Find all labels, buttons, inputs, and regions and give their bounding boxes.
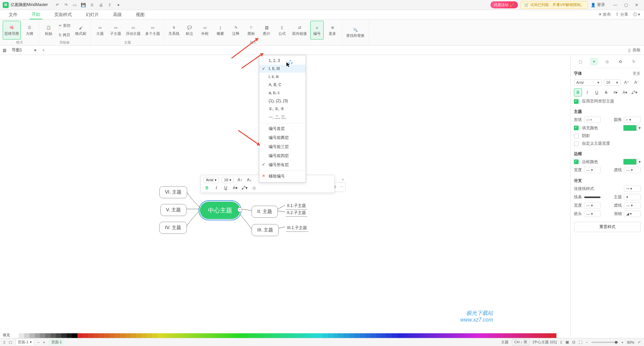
color-cell[interactable] [381,333,386,338]
menu-view[interactable]: 视图 [134,10,147,19]
branch-line-select[interactable] [584,196,601,198]
share-icon[interactable]: ⇪ 分享 [615,12,628,17]
color-cell[interactable] [232,333,237,338]
color-cell[interactable] [200,333,205,338]
dd-remove-numbering[interactable]: 移除编号 [259,172,306,181]
color-cell[interactable] [290,333,296,338]
multi-topic-button[interactable]: ▭多个主题 [144,21,161,40]
color-cell[interactable] [248,333,253,338]
zoom-out-icon[interactable]: − [586,340,588,344]
strike-button[interactable]: S [602,88,610,96]
callout-button[interactable]: 💬标注 [183,21,196,40]
undo-icon[interactable]: ↶ [55,2,60,8]
send-icon[interactable]: ✈ 发布 [598,12,611,17]
ft-dots-icon[interactable]: ⋯ [340,185,343,189]
color-cell[interactable] [322,333,328,338]
font-decrease-icon[interactable]: A⁻ [633,78,641,86]
color-cell[interactable] [178,333,184,338]
color-cell[interactable] [498,333,503,338]
page-tab[interactable]: 页面-1 [49,339,65,345]
branch-width-select[interactable]: — ▾ [584,202,601,209]
color-cell[interactable] [338,333,343,338]
left-node-3[interactable]: IV. 主题 [159,222,187,234]
color-cell[interactable] [493,333,498,338]
minimize-icon[interactable]: — [610,2,620,8]
fill-checkbox[interactable] [574,126,579,130]
align-button[interactable]: ≡▾ [611,88,620,96]
color-cell[interactable] [141,333,147,338]
zoom-in-icon[interactable]: + [622,340,624,344]
corner-select[interactable]: ⌐ ▾ [624,117,641,123]
color-cell[interactable] [466,333,471,338]
border-color-swatch[interactable] [623,159,637,165]
color-strip[interactable]: 填充 [0,333,570,338]
topic-button[interactable]: ▭主题 [93,21,107,40]
color-cell[interactable] [226,333,232,338]
color-cell[interactable] [386,333,391,338]
rtab-page-icon[interactable]: ▢ [577,58,585,66]
font-family-select[interactable]: Arial ▾ [574,79,602,86]
color-cell[interactable] [530,333,535,338]
view-icon-3[interactable]: ⊡ [572,340,575,344]
rtab-style-icon[interactable]: ✦ [590,58,598,66]
color-cell[interactable] [173,333,178,338]
border-color-checkbox[interactable] [574,159,579,164]
color-cell[interactable] [269,333,274,338]
collapse-toggle-icon[interactable]: − [237,207,242,212]
color-cell[interactable] [423,333,429,338]
color-cell[interactable] [514,333,519,338]
ft-underline-button[interactable]: U [222,185,229,191]
color-cell[interactable] [19,333,24,338]
color-cell[interactable] [328,333,333,338]
relation-button[interactable]: ↯关系线 [167,21,181,40]
dd-level-1[interactable]: 编号首层 [259,124,306,133]
font-more-link[interactable]: 更多 [633,71,641,76]
doc-tab-1[interactable]: 导图1 [8,46,40,54]
color-cell[interactable] [120,333,125,338]
color-cell[interactable] [434,333,439,338]
ft-clear-button[interactable]: ◇ [251,185,257,191]
color-cell[interactable] [184,333,189,338]
highlight-button[interactable]: 🖍▾ [630,88,638,96]
floating-topic-button[interactable]: ▭浮动主题 [124,21,142,40]
dd-item-abc-upper[interactable]: A, B, C [259,81,306,89]
color-cell[interactable] [439,333,445,338]
color-cell[interactable] [168,333,173,338]
dd-item-roman-lower[interactable]: i, ii, iii [259,73,306,81]
custom-width-checkbox[interactable] [574,141,579,146]
find-replace-button[interactable]: 🔍查找和替换 [345,23,366,42]
color-cell[interactable] [56,333,61,338]
color-cell[interactable] [360,333,365,338]
color-cell[interactable] [365,333,370,338]
color-cell[interactable] [99,333,104,338]
rtab-history-icon[interactable]: ↻ [630,58,638,66]
fill-dropdown-icon[interactable]: ▾ [639,126,641,130]
help-icon[interactable]: ⓘ ▾ [633,12,640,17]
status-icon-2[interactable]: ▢ [9,340,12,344]
open-icon[interactable]: ▭ [72,2,77,8]
color-cell[interactable] [35,333,40,338]
color-cell[interactable] [24,333,30,338]
promo-yellow-button[interactable]: 🛒 试用已到期，开通VIP解锁限制。 [521,1,588,9]
left-node-2[interactable]: V. 主题 [160,204,186,216]
maximize-icon[interactable]: ▢ [621,2,631,8]
color-cell[interactable] [519,333,525,338]
border-width-select[interactable]: — ▾ [584,167,601,173]
color-cell[interactable] [237,333,243,338]
color-cell[interactable] [408,333,413,338]
color-cell[interactable] [397,333,402,338]
color-cell[interactable] [487,333,493,338]
color-cell[interactable] [343,333,349,338]
dd-level-4[interactable]: 编号前四层 [259,151,306,160]
branch-topic-select[interactable]: ▾ [624,194,641,200]
color-cell[interactable] [418,333,424,338]
color-cell[interactable] [301,333,306,338]
ft-highlight-button[interactable]: 🖍▾ [241,185,248,191]
format-painter-button[interactable]: 🖌格式刷 [74,21,88,40]
color-cell[interactable] [376,333,381,338]
branch-taper-select[interactable]: ◢ ▾ [624,211,641,217]
shadow-checkbox[interactable] [574,134,579,138]
color-cell[interactable] [477,333,482,338]
color-cell[interactable] [264,333,269,338]
rtab-map-icon[interactable]: ◎ [603,58,611,66]
